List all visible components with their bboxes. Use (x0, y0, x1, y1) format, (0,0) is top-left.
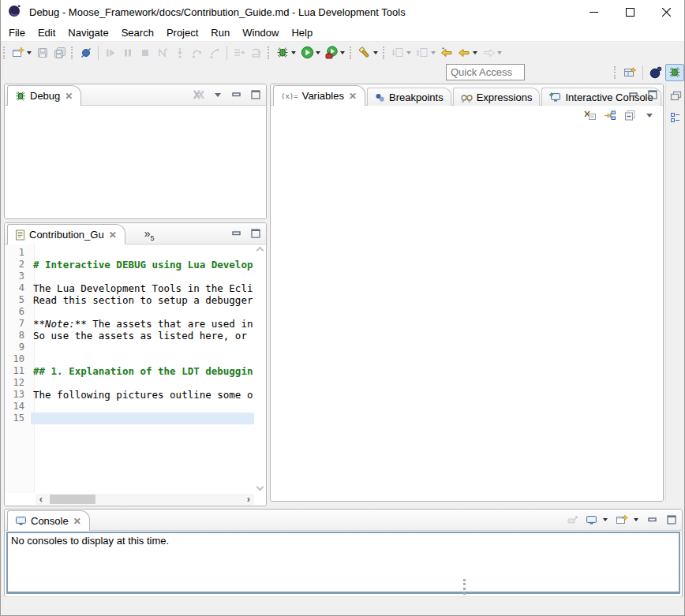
toolbar-grip[interactable] (614, 66, 618, 79)
code-text[interactable] (31, 247, 254, 259)
menu-item-help[interactable]: Help (285, 24, 319, 41)
back-dropdown-arrow[interactable] (473, 51, 477, 54)
external-tools-button[interactable] (323, 44, 340, 62)
editor-line[interactable]: 1 (5, 247, 254, 259)
editor-line[interactable]: 13The following pictures outline some o (5, 389, 254, 401)
minimize-view-button[interactable] (230, 88, 244, 102)
search-dropdown-arrow[interactable] (373, 51, 378, 54)
external-tools-dropdown-arrow[interactable] (340, 51, 345, 54)
close-icon[interactable]: ✕ (108, 230, 118, 240)
outline-view-button[interactable] (669, 110, 683, 125)
line-number[interactable]: 4 (5, 282, 31, 294)
editor-line[interactable]: 2# Interactive DEBUG using Lua Develop (5, 259, 254, 271)
open-console-button[interactable] (615, 513, 629, 527)
menu-item-navigate[interactable]: Navigate (62, 24, 114, 41)
editor-vertical-scrollbar[interactable] (254, 245, 266, 493)
line-number[interactable]: 15 (5, 413, 31, 424)
tab-debug[interactable]: Debug ✕ (7, 85, 81, 106)
minimize-view-button[interactable] (646, 513, 660, 527)
code-text[interactable]: **Note:** The assets that are used in (31, 318, 254, 330)
toolbar-grip[interactable] (350, 47, 354, 59)
menu-item-file[interactable]: File (2, 24, 32, 41)
code-text[interactable]: ## 1. Explanation of the LDT debuggin (31, 365, 254, 377)
scroll-down-icon[interactable] (256, 483, 264, 491)
menu-item-search[interactable]: Search (115, 24, 160, 41)
debug-perspective-button[interactable] (665, 64, 684, 81)
editor-line[interactable]: 7**Note:** The assets that are used in (5, 318, 254, 330)
last-edit-location-button[interactable]: * (438, 44, 455, 62)
line-number[interactable]: 3 (5, 271, 31, 282)
search-button[interactable] (356, 44, 373, 62)
collapse-all-icon[interactable] (623, 108, 637, 122)
titlebar[interactable]: Debug - Moose_Framework/docs/Contributio… (1, 0, 684, 24)
line-number[interactable]: 2 (5, 259, 31, 271)
line-number[interactable]: 9 (5, 342, 31, 353)
editor-line[interactable]: 8So use the assets as listed here, or (5, 330, 254, 342)
scroll-up-icon[interactable] (256, 247, 264, 255)
skip-all-breakpoints-button[interactable] (77, 44, 95, 62)
code-text[interactable]: The following pictures outline some o (31, 389, 254, 401)
editor-line[interactable]: 14 (5, 401, 254, 413)
editor-line[interactable]: 9 (5, 342, 254, 353)
minimize-view-button[interactable] (627, 88, 641, 102)
debug-button[interactable] (274, 44, 291, 62)
code-text[interactable] (31, 377, 254, 389)
line-number[interactable]: 11 (5, 365, 31, 377)
open-perspective-button[interactable] (620, 64, 639, 81)
code-text[interactable]: # Interactive DEBUG using Lua Develop (31, 259, 254, 271)
line-number[interactable]: 1 (5, 247, 31, 259)
tab-breakpoints[interactable]: Breakpoints (367, 88, 451, 106)
line-number[interactable]: 8 (5, 330, 31, 342)
back-button[interactable] (455, 44, 473, 62)
scrollbar-thumb[interactable] (50, 495, 95, 504)
editor-line[interactable]: 3 (5, 271, 254, 282)
toolbar-grip[interactable] (383, 47, 387, 59)
scroll-right-icon[interactable]: › (243, 494, 254, 505)
toolbar-grip[interactable] (71, 47, 75, 59)
scroll-left-icon[interactable]: ‹ (36, 494, 47, 505)
line-number[interactable]: 14 (5, 401, 31, 413)
line-number[interactable]: 12 (5, 377, 31, 389)
editor-line[interactable]: 10 (5, 353, 254, 365)
window-maximize-button[interactable] (612, 0, 648, 24)
line-number[interactable]: 13 (5, 389, 31, 401)
quick-access-input[interactable] (446, 64, 525, 80)
line-number[interactable]: 10 (5, 353, 31, 365)
line-number[interactable]: 6 (5, 306, 31, 318)
toolbar-grip[interactable] (268, 47, 271, 59)
toolbar-grip[interactable] (3, 47, 7, 59)
debug-dropdown-arrow[interactable] (291, 51, 296, 54)
editor-body[interactable]: 12# Interactive DEBUG using Lua Develop3… (5, 245, 266, 506)
code-text[interactable] (31, 353, 254, 365)
close-icon[interactable]: ✕ (73, 517, 82, 526)
maximize-view-button[interactable] (249, 88, 263, 102)
editor-line[interactable]: 6 (5, 306, 254, 318)
maximize-view-button[interactable] (646, 88, 660, 102)
tab-console[interactable]: Console ✕ (7, 510, 90, 531)
editor-line[interactable]: 12 (5, 377, 254, 389)
editor-line[interactable]: 4The Lua Development Tools in the Ecli (5, 282, 254, 294)
menu-item-window[interactable]: Window (236, 24, 285, 41)
view-menu-icon[interactable] (211, 88, 225, 102)
window-minimize-button[interactable] (575, 0, 612, 24)
editor-tab-overflow-chevron[interactable]: »5 (144, 226, 155, 242)
editor-line[interactable]: 15 (5, 413, 254, 424)
line-number[interactable]: 5 (5, 294, 31, 306)
tab-expressions[interactable]: xy Expressions (453, 88, 541, 106)
maximize-view-button[interactable] (664, 513, 679, 527)
run-button[interactable] (298, 44, 316, 62)
maximize-view-button[interactable] (249, 226, 263, 241)
editor-line[interactable]: 5Read this section to setup a debugger (5, 294, 254, 306)
code-text[interactable] (31, 342, 254, 353)
close-icon[interactable]: ✕ (348, 91, 357, 101)
line-number[interactable]: 7 (5, 318, 31, 330)
editor-line[interactable]: 11## 1. Explanation of the LDT debuggin (5, 365, 254, 377)
menu-item-run[interactable]: Run (204, 24, 236, 41)
window-close-button[interactable] (648, 0, 684, 24)
editor-lines[interactable]: 12# Interactive DEBUG using Lua Develop3… (5, 247, 254, 493)
sash-grip[interactable] (463, 579, 466, 595)
new-wizard-dropdown-arrow[interactable] (27, 51, 32, 54)
menu-item-project[interactable]: Project (160, 24, 204, 41)
code-text[interactable]: The Lua Development Tools in the Ecli (31, 282, 254, 294)
display-selected-console-button[interactable] (584, 513, 598, 527)
